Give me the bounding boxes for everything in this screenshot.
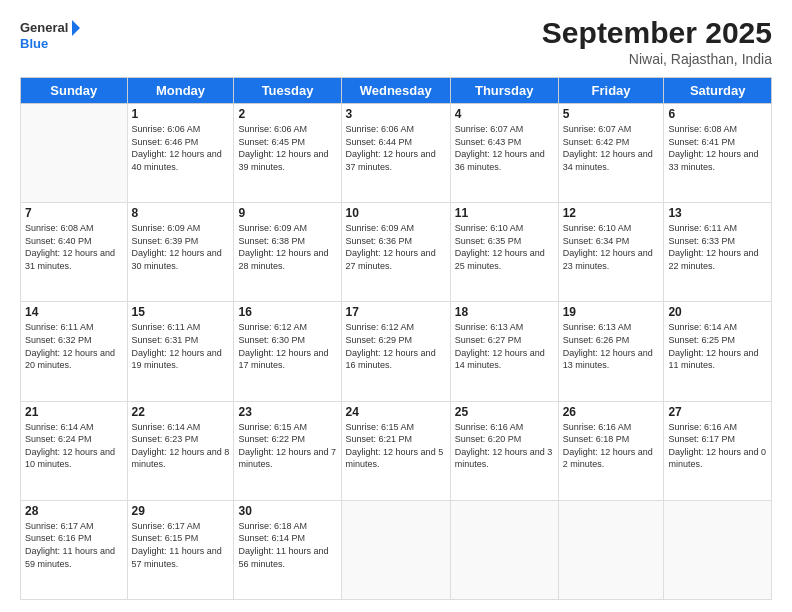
table-row: 13 Sunrise: 6:11 AM Sunset: 6:33 PM Dayl… <box>664 203 772 302</box>
day-info: Sunrise: 6:17 AM Sunset: 6:16 PM Dayligh… <box>25 520 123 570</box>
day-info: Sunrise: 6:12 AM Sunset: 6:30 PM Dayligh… <box>238 321 336 371</box>
table-row <box>21 104 128 203</box>
page: General Blue September 2025 Niwai, Rajas… <box>0 0 792 612</box>
day-number: 29 <box>132 504 230 518</box>
day-number: 27 <box>668 405 767 419</box>
day-info: Sunrise: 6:14 AM Sunset: 6:24 PM Dayligh… <box>25 421 123 471</box>
day-number: 15 <box>132 305 230 319</box>
table-row: 4 Sunrise: 6:07 AM Sunset: 6:43 PM Dayli… <box>450 104 558 203</box>
day-info: Sunrise: 6:07 AM Sunset: 6:43 PM Dayligh… <box>455 123 554 173</box>
table-row: 26 Sunrise: 6:16 AM Sunset: 6:18 PM Dayl… <box>558 401 664 500</box>
table-row: 23 Sunrise: 6:15 AM Sunset: 6:22 PM Dayl… <box>234 401 341 500</box>
calendar-week-row: 14 Sunrise: 6:11 AM Sunset: 6:32 PM Dayl… <box>21 302 772 401</box>
day-info: Sunrise: 6:09 AM Sunset: 6:38 PM Dayligh… <box>238 222 336 272</box>
table-row: 1 Sunrise: 6:06 AM Sunset: 6:46 PM Dayli… <box>127 104 234 203</box>
day-info: Sunrise: 6:07 AM Sunset: 6:42 PM Dayligh… <box>563 123 660 173</box>
day-number: 18 <box>455 305 554 319</box>
day-number: 10 <box>346 206 446 220</box>
day-info: Sunrise: 6:08 AM Sunset: 6:40 PM Dayligh… <box>25 222 123 272</box>
day-info: Sunrise: 6:11 AM Sunset: 6:33 PM Dayligh… <box>668 222 767 272</box>
table-row: 22 Sunrise: 6:14 AM Sunset: 6:23 PM Dayl… <box>127 401 234 500</box>
table-row <box>558 500 664 599</box>
day-info: Sunrise: 6:11 AM Sunset: 6:31 PM Dayligh… <box>132 321 230 371</box>
day-info: Sunrise: 6:18 AM Sunset: 6:14 PM Dayligh… <box>238 520 336 570</box>
day-number: 26 <box>563 405 660 419</box>
table-row: 7 Sunrise: 6:08 AM Sunset: 6:40 PM Dayli… <box>21 203 128 302</box>
table-row: 12 Sunrise: 6:10 AM Sunset: 6:34 PM Dayl… <box>558 203 664 302</box>
col-sunday: Sunday <box>21 78 128 104</box>
day-info: Sunrise: 6:10 AM Sunset: 6:34 PM Dayligh… <box>563 222 660 272</box>
col-friday: Friday <box>558 78 664 104</box>
day-number: 11 <box>455 206 554 220</box>
table-row: 18 Sunrise: 6:13 AM Sunset: 6:27 PM Dayl… <box>450 302 558 401</box>
table-row: 20 Sunrise: 6:14 AM Sunset: 6:25 PM Dayl… <box>664 302 772 401</box>
table-row: 21 Sunrise: 6:14 AM Sunset: 6:24 PM Dayl… <box>21 401 128 500</box>
day-number: 20 <box>668 305 767 319</box>
day-info: Sunrise: 6:15 AM Sunset: 6:21 PM Dayligh… <box>346 421 446 471</box>
table-row: 27 Sunrise: 6:16 AM Sunset: 6:17 PM Dayl… <box>664 401 772 500</box>
day-info: Sunrise: 6:17 AM Sunset: 6:15 PM Dayligh… <box>132 520 230 570</box>
calendar-week-row: 21 Sunrise: 6:14 AM Sunset: 6:24 PM Dayl… <box>21 401 772 500</box>
day-info: Sunrise: 6:06 AM Sunset: 6:44 PM Dayligh… <box>346 123 446 173</box>
day-number: 24 <box>346 405 446 419</box>
header: General Blue September 2025 Niwai, Rajas… <box>20 16 772 67</box>
table-row: 9 Sunrise: 6:09 AM Sunset: 6:38 PM Dayli… <box>234 203 341 302</box>
day-number: 12 <box>563 206 660 220</box>
calendar-week-row: 7 Sunrise: 6:08 AM Sunset: 6:40 PM Dayli… <box>21 203 772 302</box>
day-number: 21 <box>25 405 123 419</box>
table-row <box>664 500 772 599</box>
day-number: 28 <box>25 504 123 518</box>
day-number: 23 <box>238 405 336 419</box>
day-info: Sunrise: 6:08 AM Sunset: 6:41 PM Dayligh… <box>668 123 767 173</box>
day-info: Sunrise: 6:09 AM Sunset: 6:39 PM Dayligh… <box>132 222 230 272</box>
table-row: 25 Sunrise: 6:16 AM Sunset: 6:20 PM Dayl… <box>450 401 558 500</box>
day-number: 7 <box>25 206 123 220</box>
table-row <box>341 500 450 599</box>
table-row <box>450 500 558 599</box>
table-row: 5 Sunrise: 6:07 AM Sunset: 6:42 PM Dayli… <box>558 104 664 203</box>
location-subtitle: Niwai, Rajasthan, India <box>542 51 772 67</box>
col-saturday: Saturday <box>664 78 772 104</box>
day-number: 9 <box>238 206 336 220</box>
day-number: 22 <box>132 405 230 419</box>
table-row: 14 Sunrise: 6:11 AM Sunset: 6:32 PM Dayl… <box>21 302 128 401</box>
day-number: 14 <box>25 305 123 319</box>
day-info: Sunrise: 6:12 AM Sunset: 6:29 PM Dayligh… <box>346 321 446 371</box>
table-row: 16 Sunrise: 6:12 AM Sunset: 6:30 PM Dayl… <box>234 302 341 401</box>
day-info: Sunrise: 6:11 AM Sunset: 6:32 PM Dayligh… <box>25 321 123 371</box>
col-monday: Monday <box>127 78 234 104</box>
calendar-table: Sunday Monday Tuesday Wednesday Thursday… <box>20 77 772 600</box>
table-row: 11 Sunrise: 6:10 AM Sunset: 6:35 PM Dayl… <box>450 203 558 302</box>
day-number: 8 <box>132 206 230 220</box>
day-info: Sunrise: 6:16 AM Sunset: 6:17 PM Dayligh… <box>668 421 767 471</box>
day-info: Sunrise: 6:15 AM Sunset: 6:22 PM Dayligh… <box>238 421 336 471</box>
day-number: 16 <box>238 305 336 319</box>
table-row: 2 Sunrise: 6:06 AM Sunset: 6:45 PM Dayli… <box>234 104 341 203</box>
day-number: 25 <box>455 405 554 419</box>
table-row: 24 Sunrise: 6:15 AM Sunset: 6:21 PM Dayl… <box>341 401 450 500</box>
day-number: 19 <box>563 305 660 319</box>
day-number: 5 <box>563 107 660 121</box>
table-row: 28 Sunrise: 6:17 AM Sunset: 6:16 PM Dayl… <box>21 500 128 599</box>
day-info: Sunrise: 6:10 AM Sunset: 6:35 PM Dayligh… <box>455 222 554 272</box>
day-info: Sunrise: 6:16 AM Sunset: 6:20 PM Dayligh… <box>455 421 554 471</box>
day-info: Sunrise: 6:14 AM Sunset: 6:23 PM Dayligh… <box>132 421 230 471</box>
col-thursday: Thursday <box>450 78 558 104</box>
day-number: 4 <box>455 107 554 121</box>
calendar-week-row: 28 Sunrise: 6:17 AM Sunset: 6:16 PM Dayl… <box>21 500 772 599</box>
table-row: 10 Sunrise: 6:09 AM Sunset: 6:36 PM Dayl… <box>341 203 450 302</box>
day-info: Sunrise: 6:14 AM Sunset: 6:25 PM Dayligh… <box>668 321 767 371</box>
col-wednesday: Wednesday <box>341 78 450 104</box>
day-number: 1 <box>132 107 230 121</box>
table-row: 30 Sunrise: 6:18 AM Sunset: 6:14 PM Dayl… <box>234 500 341 599</box>
title-block: September 2025 Niwai, Rajasthan, India <box>542 16 772 67</box>
svg-text:Blue: Blue <box>20 36 48 51</box>
table-row: 15 Sunrise: 6:11 AM Sunset: 6:31 PM Dayl… <box>127 302 234 401</box>
day-number: 17 <box>346 305 446 319</box>
day-number: 2 <box>238 107 336 121</box>
day-number: 6 <box>668 107 767 121</box>
svg-marker-2 <box>72 20 80 36</box>
table-row: 6 Sunrise: 6:08 AM Sunset: 6:41 PM Dayli… <box>664 104 772 203</box>
svg-text:General: General <box>20 20 68 35</box>
day-info: Sunrise: 6:13 AM Sunset: 6:27 PM Dayligh… <box>455 321 554 371</box>
